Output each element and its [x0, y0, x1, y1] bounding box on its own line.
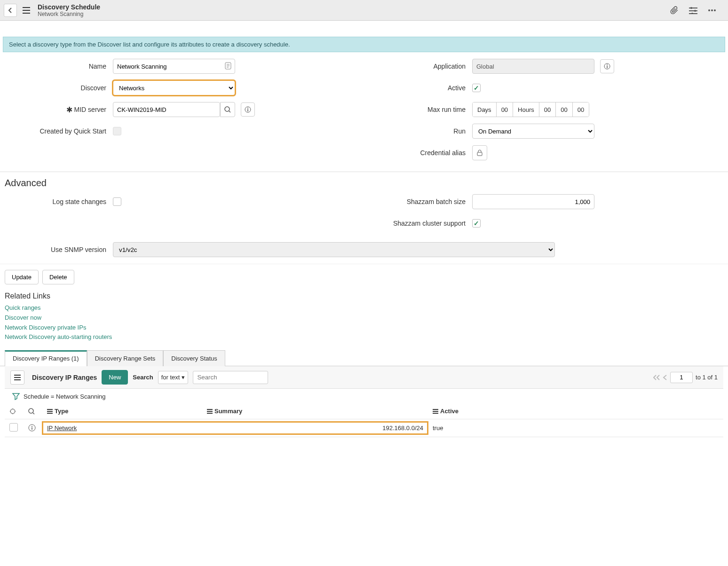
related-link-quick-ranges[interactable]: Quick ranges: [5, 303, 723, 313]
shazzam-batch-input[interactable]: [472, 194, 594, 209]
list-table: Type Summary Active IP Network 192.168.0…: [5, 404, 723, 437]
page-title: Discovery Schedule: [38, 3, 100, 11]
label-name: Name: [5, 63, 113, 70]
filter-icon[interactable]: [12, 393, 20, 400]
discover-select[interactable]: Networks: [113, 80, 235, 95]
label-shazzam-cluster: Shazzam cluster support: [364, 220, 472, 227]
related-list-tabs: Discovery IP Ranges (1) Discovery Range …: [0, 350, 728, 366]
search-label: Search: [133, 374, 153, 381]
form-main: Name Discover Networks ✱MID server: [0, 55, 728, 172]
row-info-button[interactable]: [24, 419, 42, 437]
new-button[interactable]: New: [102, 370, 128, 385]
menu-icon[interactable]: [20, 4, 33, 17]
page-header: Discovery Schedule Network Scanning: [0, 0, 728, 21]
snmp-select[interactable]: v1/v2c: [113, 242, 555, 257]
label-snmp: Use SNMP version: [5, 246, 113, 253]
table-row: IP Network 192.168.0.0/24 true: [5, 419, 723, 437]
related-link-private-ips[interactable]: Network Discovery private IPs: [5, 323, 723, 333]
column-search-icon[interactable]: [24, 404, 42, 419]
column-header-active[interactable]: Active: [428, 404, 723, 419]
svg-point-2: [691, 13, 693, 14]
label-application: Application: [364, 63, 472, 70]
list-search-input[interactable]: [193, 371, 268, 384]
attachment-icon[interactable]: [668, 4, 681, 17]
row-active: true: [433, 424, 443, 432]
column-header-type[interactable]: Type: [42, 404, 202, 419]
filter-breadcrumb[interactable]: Schedule = Network Scanning: [24, 393, 106, 400]
max-run-time-input[interactable]: Days 00 Hours 00 00 00: [472, 102, 589, 117]
related-link-auto-routers[interactable]: Network Discovery auto-starting routers: [5, 332, 723, 342]
list-filter-bar: Schedule = Network Scanning: [5, 389, 723, 404]
label-mid-server: ✱MID server: [5, 105, 113, 114]
svg-point-5: [714, 9, 716, 11]
name-input[interactable]: [113, 59, 235, 74]
row-select-checkbox[interactable]: [9, 423, 18, 432]
list-menu-icon[interactable]: [10, 370, 24, 385]
application-field: Global: [472, 59, 594, 74]
label-shazzam-batch: Shazzam batch size: [364, 198, 472, 205]
svg-point-7: [225, 107, 229, 111]
svg-point-0: [690, 7, 692, 9]
header-actions: [668, 4, 724, 17]
required-icon: ✱: [66, 105, 72, 114]
chevron-down-icon: ▾: [182, 374, 185, 381]
related-link-discover-now[interactable]: Discover now: [5, 313, 723, 323]
update-button[interactable]: Update: [5, 270, 39, 284]
personalize-column-icon[interactable]: [5, 404, 24, 419]
search-mode-select[interactable]: for text ▾: [158, 371, 189, 384]
back-button[interactable]: [4, 4, 17, 17]
svg-point-14: [29, 409, 33, 413]
list-title: Discovery IP Ranges: [32, 374, 97, 381]
credential-alias-unlock-button[interactable]: [472, 145, 487, 160]
mid-server-input[interactable]: [113, 102, 220, 117]
advanced-section: Log state changes Shazzam batch size Sha…: [0, 191, 728, 264]
label-quick-start: Created by Quick Start: [5, 127, 113, 135]
quick-start-checkbox: [113, 127, 121, 135]
run-select[interactable]: On Demand: [472, 124, 594, 139]
info-banner: Select a discovery type from the Discove…: [3, 37, 725, 52]
pager-text: to 1 of 1: [696, 374, 718, 381]
svg-point-16: [32, 426, 32, 427]
svg-point-4: [711, 9, 713, 11]
list-toolbar: Discovery IP Ranges New Search for text …: [5, 366, 723, 389]
delete-button[interactable]: Delete: [42, 270, 74, 284]
pager-page-input[interactable]: [670, 372, 693, 383]
pager-first-icon[interactable]: [653, 375, 660, 380]
svg-point-1: [694, 10, 696, 12]
settings-sliders-icon[interactable]: [687, 4, 700, 17]
label-run: Run: [364, 127, 472, 135]
active-checkbox[interactable]: [472, 84, 481, 92]
tab-ip-ranges[interactable]: Discovery IP Ranges (1): [5, 350, 87, 366]
label-discover: Discover: [5, 84, 113, 92]
label-log-state: Log state changes: [5, 198, 113, 205]
row-type-link[interactable]: IP Network: [47, 424, 77, 432]
tab-range-sets[interactable]: Discovery Range Sets: [87, 350, 164, 366]
svg-point-3: [708, 9, 710, 11]
label-max-run-time: Max run time: [364, 106, 472, 113]
mid-server-lookup-button[interactable]: [220, 102, 235, 117]
label-credential-alias: Credential alias: [364, 149, 472, 157]
svg-point-11: [607, 64, 608, 65]
mid-server-info-button[interactable]: [241, 102, 255, 117]
advanced-heading: Advanced: [0, 172, 728, 191]
log-state-checkbox[interactable]: [113, 197, 121, 206]
form-buttons: Update Delete: [0, 264, 728, 290]
svg-point-9: [247, 108, 248, 109]
column-header-summary[interactable]: Summary: [202, 404, 428, 419]
row-summary: 192.168.0.0/24: [382, 424, 423, 432]
application-info-button[interactable]: [600, 59, 614, 73]
header-title-block: Discovery Schedule Network Scanning: [38, 3, 100, 17]
related-links-heading: Related Links: [0, 290, 728, 302]
label-active: Active: [364, 84, 472, 92]
tab-status[interactable]: Discovery Status: [163, 350, 225, 366]
related-links: Quick ranges Discover now Network Discov…: [0, 302, 728, 350]
suggestion-icon[interactable]: [225, 62, 231, 70]
svg-rect-12: [477, 152, 482, 156]
more-icon[interactable]: [705, 4, 719, 17]
pager-prev-icon[interactable]: [663, 375, 667, 380]
shazzam-cluster-checkbox[interactable]: [472, 219, 481, 228]
list-pager: to 1 of 1: [653, 372, 718, 383]
page-subtitle: Network Scanning: [38, 11, 100, 17]
